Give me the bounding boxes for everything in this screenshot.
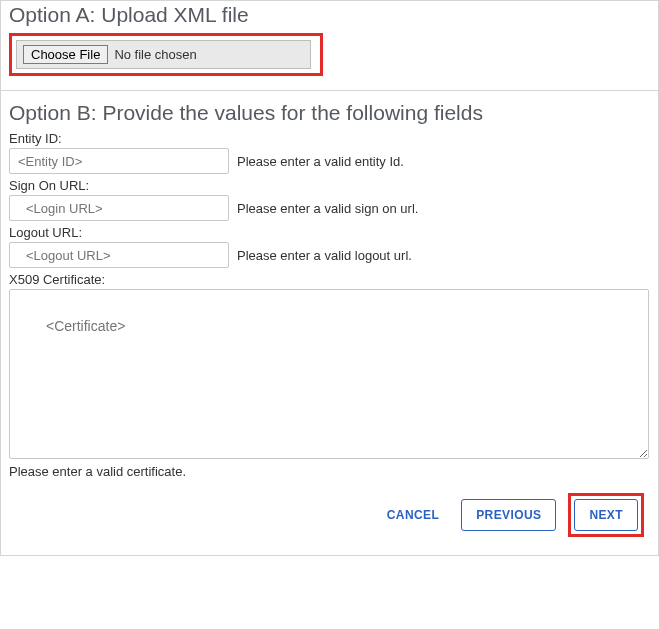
upload-highlight: Choose File No file chosen: [9, 33, 323, 76]
logout-url-input[interactable]: [9, 242, 229, 268]
certificate-label: X509 Certificate:: [9, 272, 650, 287]
next-highlight: NEXT: [568, 493, 644, 537]
option-b-section: Option B: Provide the values for the fol…: [1, 91, 658, 555]
certificate-textarea[interactable]: [9, 289, 649, 459]
logout-url-label: Logout URL:: [9, 225, 650, 240]
config-form: Option A: Upload XML file Choose File No…: [0, 0, 659, 556]
option-a-heading: Option A: Upload XML file: [9, 3, 650, 27]
file-chosen-status: No file chosen: [114, 47, 196, 62]
next-button[interactable]: NEXT: [574, 499, 638, 531]
cancel-button[interactable]: CANCEL: [377, 500, 449, 530]
choose-file-button[interactable]: Choose File: [23, 45, 108, 64]
file-input-row[interactable]: Choose File No file chosen: [16, 40, 311, 69]
certificate-hint: Please enter a valid certificate.: [9, 464, 650, 479]
logout-url-hint: Please enter a valid logout url.: [237, 248, 412, 263]
option-b-heading: Option B: Provide the values for the fol…: [9, 101, 650, 125]
button-row: CANCEL PREVIOUS NEXT: [9, 479, 650, 547]
entity-id-hint: Please enter a valid entity Id.: [237, 154, 404, 169]
entity-id-input[interactable]: [9, 148, 229, 174]
sign-on-url-label: Sign On URL:: [9, 178, 650, 193]
sign-on-url-hint: Please enter a valid sign on url.: [237, 201, 418, 216]
sign-on-url-input[interactable]: [9, 195, 229, 221]
option-a-section: Option A: Upload XML file Choose File No…: [1, 1, 658, 91]
entity-id-label: Entity ID:: [9, 131, 650, 146]
previous-button[interactable]: PREVIOUS: [461, 499, 556, 531]
